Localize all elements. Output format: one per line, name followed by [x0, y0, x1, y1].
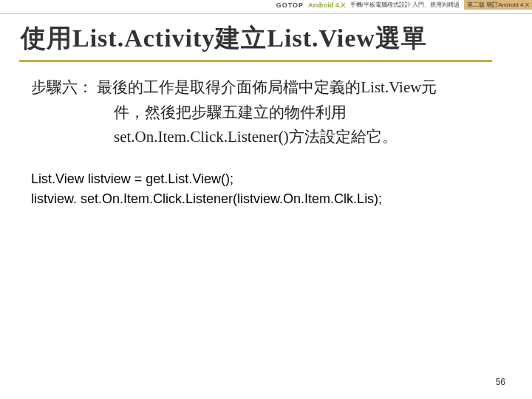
title-underline — [19, 60, 492, 62]
logo-gotop: GOTOP — [276, 1, 304, 9]
header-bar: GOTOP Android 4.X 手機/平板電腦程式設計 入門、應用到精通 第… — [0, 0, 532, 14]
step-line2: 件，然後把步驟五建立的物件利用 — [114, 100, 511, 126]
logo-android-sub: 手機/平板電腦程式設計 入門、應用到精通 — [350, 1, 460, 9]
step-label: 步驟六： — [31, 78, 93, 96]
step-line1: 最後的工作是取得介面佈局檔中定義的List.View元 — [97, 78, 437, 96]
step-block: 步驟六： 最後的工作是取得介面佈局檔中定義的List.View元 件，然後把步驟… — [31, 75, 511, 150]
logo-android: Android 4.X — [308, 1, 346, 9]
code-block: List.View listview = get.List.View(); li… — [31, 169, 511, 209]
slide-content: 使用List.Activity建立List.View選單 步驟六： 最後的工作是… — [0, 14, 532, 209]
header-logos: GOTOP Android 4.X 手機/平板電腦程式設計 入門、應用到精通 第… — [276, 0, 532, 10]
step-line3: set.On.Item.Click.Listener()方法設定給它。 — [114, 125, 511, 150]
edition-badge: 第二版 增訂Android 4.X — [464, 0, 532, 10]
code-line1: List.View listview = get.List.View(); — [31, 169, 511, 189]
slide-title: 使用List.Activity建立List.View選單 — [21, 21, 511, 55]
page-number: 56 — [496, 377, 505, 387]
code-line2: listview. set.On.Item.Click.Listener(lis… — [31, 189, 511, 209]
